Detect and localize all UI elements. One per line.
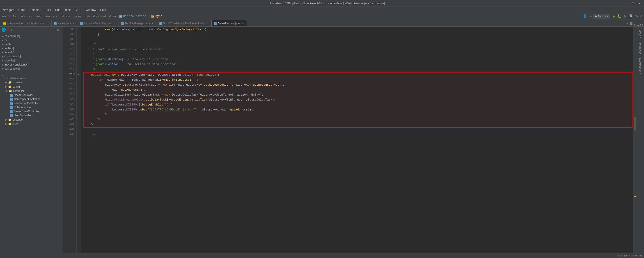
tab-close-yml[interactable]: ✕ <box>45 22 48 25</box>
tab-close-dp[interactable]: ✕ <box>241 22 244 25</box>
tab-close-ic[interactable]: ✕ <box>112 22 116 25</box>
code-container[interactable]: 106 107 108 109 110 111 112 113 114 115 … <box>63 27 636 252</box>
bc-method[interactable]: sync <box>155 15 162 18</box>
vertical-scrollbar[interactable] <box>633 27 636 252</box>
tab-close-sm[interactable]: ✕ <box>151 22 154 25</box>
bc-distributed[interactable]: distributed <box>93 15 106 18</box>
tab-distro-consistency[interactable]: C DistroConsistencyServiceImpl.java ✕ <box>157 20 211 27</box>
tab-close-nacos[interactable]: ✕ <box>72 22 75 25</box>
bc-core[interactable]: core <box>20 15 25 18</box>
tabs-menu[interactable]: ☰ <box>629 21 634 27</box>
debug-btn[interactable]: 🐛 <box>617 14 622 19</box>
sort-icon[interactable]: ↕ <box>10 28 12 32</box>
menu-build[interactable]: Build <box>43 8 53 12</box>
tab-distro-protocol[interactable]: C DistroProtocol.java ✕ <box>212 20 247 27</box>
tree-item-cmdb[interactable]: ▶ s-cmdb] <box>0 50 63 54</box>
tab-nacos[interactable]: C Nacos.java ✕ <box>52 20 77 27</box>
menu-code[interactable]: Code <box>16 8 27 12</box>
tree-folder-filter[interactable]: ▶ 📁 filter <box>0 122 63 126</box>
avatar-icon[interactable]: 👤 <box>583 14 588 19</box>
code-content[interactable]: sync(distroKey, action, distroConfig.get… <box>81 27 633 252</box>
tree-item-console[interactable]: ▶ cos-console] <box>0 67 63 71</box>
main-area: 🌐 ☰ ↕ ⚙ — ▶ cos-address] ▶ pi] ▶ -auth] … <box>0 27 644 252</box>
tree-class-user[interactable]: C UserController <box>0 113 63 117</box>
menu-refactor[interactable]: Refactor <box>28 8 42 12</box>
tree-folder-console[interactable]: ▶ 📁 console <box>0 80 63 84</box>
code-line-124: } <box>84 117 632 122</box>
tree-folder-config[interactable]: ▶ 📁 config <box>0 84 63 89</box>
search-icon[interactable]: 🔍 <box>629 14 634 19</box>
menu-vcs[interactable]: VCS <box>74 8 84 12</box>
java-icon2: C <box>80 22 83 25</box>
code-line-107: } <box>84 32 633 37</box>
down-arrow[interactable]: ▼ <box>642 23 643 27</box>
database-panel-btn[interactable]: Database <box>638 41 643 55</box>
nacos-dropdown[interactable]: ▶ Nacos ▾ <box>593 14 610 19</box>
coverage-btn[interactable]: ⚙ <box>624 14 626 19</box>
tree-item-cos-address[interactable]: ▶ cos-address] <box>0 34 63 38</box>
menu-help[interactable]: Help <box>98 8 108 12</box>
back-icon[interactable]: ← <box>590 15 592 18</box>
code-line-111: * <box>84 52 633 57</box>
tree-class-serverstate[interactable]: C ServerStateController <box>0 109 63 113</box>
bc-java[interactable]: java <box>45 15 50 18</box>
java-icon3: C <box>121 22 124 25</box>
tree-class-namespace[interactable]: C NamespaceController <box>0 97 63 101</box>
menu-navigate[interactable]: Navigate <box>1 8 16 12</box>
tab-instance-controller[interactable]: C InstanceController.java ✕ <box>78 20 118 27</box>
bc-module[interactable]: nacos-1.4.2 <box>2 15 16 18</box>
editor-area: 106 107 108 109 110 111 112 113 114 115 … <box>63 27 636 252</box>
scrollbar-thumb[interactable] <box>634 117 636 131</box>
gear-icon[interactable]: ⚙ <box>57 28 58 32</box>
tree-class-health[interactable]: C HealthController <box>0 93 63 97</box>
code-line-126 <box>84 128 633 133</box>
code-line-114: */ <box>84 67 633 72</box>
tab-label: ServiceManager.java <box>125 22 150 25</box>
tree-item-config[interactable]: ▶ s-config] <box>0 59 63 63</box>
tree-item-pi[interactable]: ▶ pi] <box>0 38 63 42</box>
maximize-btn[interactable]: ❐ <box>631 1 635 6</box>
tabs-more[interactable]: ▾ <box>625 21 629 27</box>
menu-tools[interactable]: Tools <box>63 8 73 12</box>
run-btn[interactable]: ▶ <box>613 14 615 19</box>
minimize-btn[interactable]: — <box>624 1 629 6</box>
settings-icon[interactable]: ⚙ <box>636 14 638 19</box>
tree-class-role[interactable]: C RoleController <box>0 105 63 109</box>
bc-distro[interactable]: distro <box>109 15 116 18</box>
code-line-108 <box>84 37 633 42</box>
up-arrow[interactable]: ▲ <box>640 23 642 27</box>
help-icon[interactable]: ? <box>640 14 642 18</box>
close-btn[interactable]: ✕ <box>637 1 642 6</box>
menu-run[interactable]: Run <box>53 8 62 12</box>
tree-folder-controller-expanded[interactable]: ▼ 📂 controller <box>0 89 63 93</box>
bc-alibaba[interactable]: alibaba <box>62 15 70 18</box>
tree-item-client[interactable]: ▶ s-client] <box>0 46 63 50</box>
code-line-121: if (Loggers.DISTRO.isDebugEnabled()) { <box>84 102 632 107</box>
tabs-bar: Y order-service\...\application.yml ✕ C … <box>0 20 644 27</box>
tree-class-permission[interactable]: C PermissionController <box>0 101 63 105</box>
tree-folder-exception[interactable]: ▶ 📁 exception <box>0 117 63 122</box>
tree-package[interactable]: com.alibaba.nacos <box>0 77 63 80</box>
tree-item-auth[interactable]: ▶ -auth] <box>0 42 63 46</box>
list-icon[interactable]: ☰ <box>7 28 10 32</box>
tree-item-common[interactable]: ▶ cos-common] <box>0 54 63 59</box>
tab-application-yml[interactable]: Y order-service\...\application.yml ✕ <box>1 20 51 27</box>
bc-src[interactable]: src <box>28 15 32 18</box>
maven-panel-btn[interactable]: Maven <box>638 29 643 39</box>
notifications-panel-btn[interactable]: Notifications <box>638 57 643 75</box>
tree-item-consistency[interactable]: ▶ [nacos-consistency] <box>0 63 63 67</box>
bc-class[interactable]: DistroProtocol <box>123 15 148 18</box>
bc-main[interactable]: main <box>36 15 42 18</box>
window-controls[interactable]: — ❐ ✕ <box>624 1 642 6</box>
warning-icon: ⚠ 1 <box>634 23 639 27</box>
gutter-arrow-115[interactable]: ▶ <box>77 72 81 77</box>
bc-nacos[interactable]: nacos <box>74 15 81 18</box>
tab-close-dcs[interactable]: ✕ <box>205 22 208 25</box>
bc-com[interactable]: com <box>53 15 58 18</box>
bc-core2[interactable]: core <box>84 15 90 18</box>
yaml-icon: Y <box>4 22 6 25</box>
menu-window[interactable]: Window <box>84 8 98 12</box>
collapse-icon[interactable]: — <box>60 28 62 32</box>
globe-icon[interactable]: 🌐 <box>1 28 6 32</box>
tab-service-manager[interactable]: C ServiceManager.java ✕ <box>118 20 156 27</box>
